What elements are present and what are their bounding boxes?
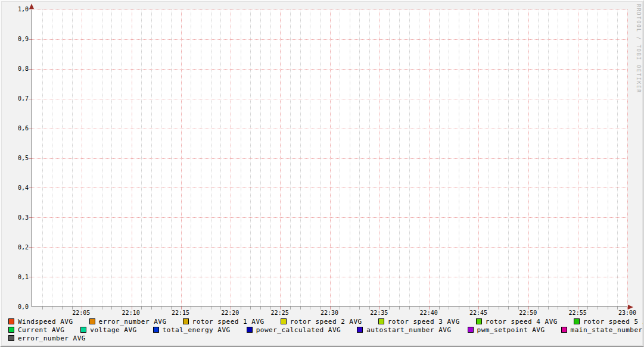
x-axis-label: 22:25 (271, 310, 289, 317)
y-axis-label: 1,0 (4, 6, 29, 13)
y-axis-tick (29, 247, 32, 248)
horizontal-major-gridline (32, 69, 627, 70)
x-axis-tick (260, 307, 261, 310)
legend-label: rotor speed 1 AVG (192, 318, 265, 326)
x-axis-tick (151, 307, 152, 310)
legend-label: pwm_setpoint AVG (477, 326, 545, 334)
legend-label: error_number AVG (99, 318, 167, 326)
x-axis-label: 22:20 (221, 310, 239, 317)
legend-item: error_number AVG (89, 318, 167, 326)
x-axis-tick (359, 307, 360, 310)
x-axis-arrow-icon (628, 305, 633, 310)
x-axis-label: 22:35 (370, 310, 388, 317)
x-axis-tick (102, 307, 102, 310)
x-axis-tick (201, 307, 201, 310)
legend-label: rotor speed 4 AVG (486, 318, 558, 326)
x-axis-tick (211, 307, 211, 310)
y-axis-label: 0,0 (4, 304, 29, 311)
vertical-major-gridline (627, 10, 628, 307)
horizontal-major-gridline (32, 277, 627, 277)
legend-label: voltage AVG (90, 326, 136, 334)
x-axis-tick (141, 307, 142, 310)
legend-swatch (153, 327, 159, 333)
legend-item: total_energy AVG (153, 326, 231, 334)
horizontal-major-gridline (32, 187, 627, 188)
watermark: RRDTOOL / TOBI OETIKER (636, 4, 641, 93)
legend-label: rotor speed 5 AVG (583, 318, 644, 326)
x-axis-label: 22:05 (72, 310, 90, 317)
horizontal-major-gridline (32, 39, 627, 40)
legend-item: rotor speed 3 AVG (378, 318, 460, 326)
x-axis-tick (161, 307, 161, 310)
horizontal-major-gridline (32, 99, 627, 99)
y-axis-label: 0,4 (4, 185, 29, 192)
y-axis-tick (29, 158, 32, 159)
y-axis-tick (29, 10, 32, 10)
legend-row: Windspeed AVGerror_number AVGrotor speed… (8, 317, 640, 326)
y-axis-label: 0,2 (4, 244, 29, 251)
y-axis-label: 0,5 (4, 155, 29, 162)
x-axis-tick (608, 307, 608, 310)
y-axis-label: 0,9 (4, 36, 29, 43)
horizontal-major-gridline (32, 10, 627, 10)
legend-label: power_calculated AVG (256, 326, 341, 334)
horizontal-major-gridline (32, 129, 627, 129)
legend-item: error_number AVG (8, 335, 86, 342)
y-axis-tick (29, 69, 32, 70)
legend-swatch (8, 335, 14, 341)
legend-swatch (89, 318, 95, 324)
legend-swatch (561, 327, 567, 333)
x-axis-tick (111, 307, 112, 310)
x-axis-tick (499, 307, 499, 310)
legend-swatch (8, 327, 14, 333)
y-axis-label: 0,6 (4, 125, 29, 132)
x-axis-tick (439, 307, 440, 310)
legend-row: Current AVGvoltage AVGtotal_energy AVGpo… (8, 326, 640, 334)
x-axis-tick (508, 307, 509, 310)
horizontal-major-gridline (32, 217, 627, 218)
legend-label: total_energy AVG (163, 326, 231, 334)
legend-swatch (378, 318, 384, 324)
legend-item: pwm_setpoint AVG (468, 326, 545, 334)
legend-swatch (8, 318, 14, 324)
x-axis-tick (350, 307, 350, 310)
x-axis-label: 22:55 (569, 310, 587, 317)
x-axis-tick (409, 307, 410, 310)
legend-label: Windspeed AVG (18, 318, 73, 326)
legend-swatch (80, 327, 86, 333)
legend-swatch (468, 327, 474, 333)
legend-swatch (247, 327, 253, 333)
x-axis-label: 22:15 (172, 310, 189, 317)
legend-item: rotor speed 4 AVG (476, 318, 558, 326)
legend-item: Current AVG (8, 326, 64, 334)
y-axis-arrow-icon (29, 4, 34, 9)
legend-item: power_calculated AVG (247, 326, 341, 334)
x-axis-tick (310, 307, 310, 310)
legend-label: error_number AVG (18, 335, 86, 342)
legend-swatch (574, 318, 580, 324)
y-axis-tick (29, 217, 32, 218)
legend-swatch (476, 318, 482, 324)
x-axis-tick (250, 307, 251, 310)
y-axis-label: 0,7 (4, 95, 29, 102)
x-axis-label: 22:30 (321, 310, 338, 317)
legend-item: rotor speed 2 AVG (281, 318, 362, 326)
legend-item: Windspeed AVG (8, 318, 73, 326)
legend: Windspeed AVGerror_number AVGrotor speed… (8, 317, 640, 342)
legend-item: rotor speed 5 AVG (574, 318, 644, 326)
x-axis-tick (191, 307, 191, 310)
x-axis-tick (548, 307, 549, 310)
x-axis-tick (489, 307, 489, 310)
x-axis-tick (389, 307, 390, 310)
legend-row: error_number AVG (8, 334, 640, 342)
x-axis-tick (558, 307, 558, 310)
y-axis-tick (29, 277, 32, 277)
x-axis-tick (340, 307, 340, 310)
x-axis-tick (42, 307, 43, 310)
x-axis-label: 23:00 (618, 310, 636, 317)
horizontal-major-gridline (32, 247, 627, 248)
rrdtool-graph: 0,00,10,20,30,40,50,60,70,80,91,0 22:052… (0, 0, 644, 347)
legend-item: autostart_number AVG (357, 326, 451, 334)
y-axis-label: 0,1 (4, 274, 29, 281)
x-axis-tick (52, 307, 52, 310)
